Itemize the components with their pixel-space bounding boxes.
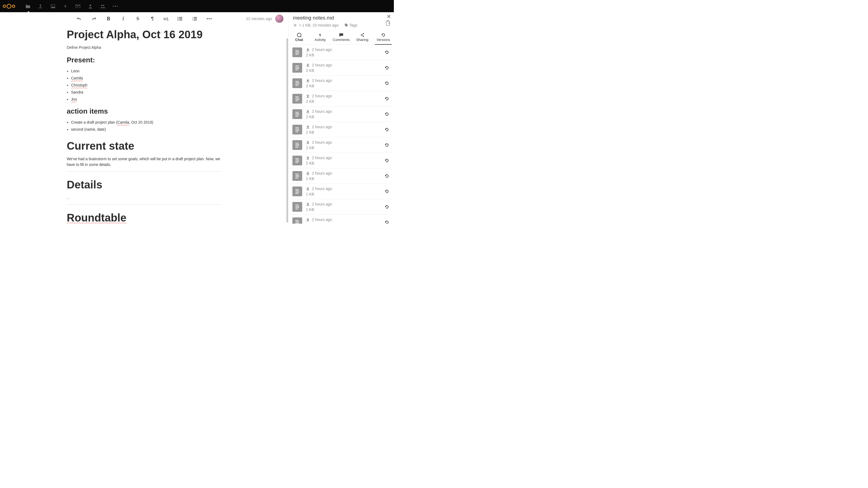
present-heading[interactable]: Present: [67,56,221,64]
list-item[interactable]: Jos [71,96,221,103]
restore-button[interactable] [383,219,390,224]
tab-chat[interactable]: Chat [289,31,310,44]
action-items-list[interactable]: Create a draft project plan (Camila, Oct… [71,119,221,133]
list-item[interactable]: Leon [71,67,221,74]
roundtable-heading[interactable]: Roundtable [67,211,221,224]
version-size: 1 KB [306,223,380,224]
list-item[interactable]: second (name, date) [71,126,221,133]
version-item[interactable]: 2 hours ago 2 KB [289,153,394,168]
gallery-icon[interactable] [51,4,55,9]
list-item[interactable]: Create a draft project plan (Camila, Oct… [71,119,221,126]
redo-button[interactable] [89,14,98,23]
svg-point-7 [115,6,116,7]
doc-title[interactable]: Project Alpha, Oct 16 2019 [67,28,221,41]
svg-rect-65 [296,162,298,163]
version-item[interactable]: 2 hours ago 2 KB [289,45,394,60]
download-icon[interactable] [306,125,310,129]
upload-icon[interactable] [38,4,43,9]
download-icon[interactable] [306,140,310,144]
download-icon[interactable] [306,218,310,222]
version-item[interactable]: 2 hours ago 2 KB [289,106,394,122]
more-formatting-button[interactable] [205,14,214,23]
restore-button[interactable] [383,188,390,195]
current-state-body[interactable]: We've had a brainstorm to set some goals… [67,156,221,167]
svg-point-3 [90,5,91,6]
download-icon[interactable] [306,109,310,113]
restore-button[interactable] [383,49,390,56]
svg-rect-57 [296,131,298,132]
download-icon[interactable] [306,63,310,67]
download-icon[interactable] [306,171,310,175]
clipboard-share-icon[interactable] [386,20,391,26]
details-body[interactable]: ... [67,195,221,201]
version-item[interactable]: 2 hours ago 2 KB [289,91,394,106]
user-avatar[interactable] [275,14,283,23]
restore-button[interactable] [383,95,390,102]
social-icon[interactable] [100,4,105,9]
doc-subtitle[interactable]: Define Project Alpha [67,45,221,51]
heading-button[interactable]: H1 [162,14,170,23]
activity-icon[interactable] [63,4,68,9]
app-logo[interactable] [3,4,15,9]
close-icon[interactable]: ✕ [386,14,391,19]
download-icon[interactable] [306,202,310,206]
top-navigation-bar [0,0,394,12]
divider [67,171,221,172]
restore-button[interactable] [383,142,390,148]
download-icon[interactable] [306,48,310,52]
version-item[interactable]: 2 hours ago 1 KB [289,168,394,184]
restore-button[interactable] [383,111,390,118]
restore-button[interactable] [383,80,390,87]
download-icon[interactable] [306,94,310,98]
list-item[interactable]: Christoph [71,82,221,89]
star-icon[interactable] [293,23,297,27]
more-icon[interactable] [113,4,118,9]
tab-versions[interactable]: Versions [373,31,394,44]
vertical-scrollbar[interactable] [286,25,288,224]
version-item[interactable]: 2 hours ago 1 KB [289,199,394,215]
strikethrough-button[interactable]: S [133,14,143,23]
list-item[interactable]: Sandra [71,89,221,96]
svg-line-33 [362,35,363,36]
unordered-list-button[interactable] [175,14,184,23]
tab-activity[interactable]: Activity [310,31,331,44]
restore-button[interactable] [383,126,390,133]
version-item[interactable]: 2 hours ago 2 KB [289,122,394,137]
contacts-icon[interactable] [88,4,93,9]
current-state-heading[interactable]: Current state [67,139,221,152]
download-icon[interactable] [306,78,310,83]
ordered-list-button[interactable]: 123 [190,14,199,23]
details-heading[interactable]: Details [67,178,221,191]
version-item[interactable]: 2 hours ago 2 KB [289,137,394,153]
download-icon[interactable] [306,156,310,160]
version-item[interactable]: 2 hours ago 2 KB [289,76,394,91]
version-item[interactable]: 2 hours ago 1 KB [289,215,394,224]
bold-button[interactable]: B [104,14,113,23]
version-item[interactable]: 2 hours ago 1 KB [289,184,394,199]
svg-rect-73 [296,193,298,194]
versions-list[interactable]: 2 hours ago 2 KB 2 hours ago 2 KB 2 ho [289,45,394,224]
version-time: 2 hours ago [312,63,332,67]
tab-sharing[interactable]: Sharing [352,31,373,44]
svg-rect-43 [296,83,299,83]
restore-button[interactable] [383,204,390,210]
svg-rect-68 [296,176,299,177]
restore-button[interactable] [383,173,390,179]
undo-button[interactable] [74,14,84,23]
italic-button[interactable]: I [119,14,128,23]
restore-button[interactable] [383,65,390,71]
files-icon[interactable] [26,4,30,9]
present-list[interactable]: LeonCamilaChristophSandraJos [71,67,221,103]
restore-button[interactable] [383,157,390,164]
svg-rect-78 [296,220,299,221]
tags-button[interactable]: Tags [344,23,358,27]
version-item[interactable]: 2 hours ago 2 KB [289,60,394,76]
action-items-heading[interactable]: action items [67,107,221,116]
tab-comments[interactable]: Comments [331,31,352,44]
list-item[interactable]: Camila [71,74,221,82]
mail-icon[interactable] [75,4,80,9]
document-body[interactable]: Project Alpha, Oct 16 2019 Define Projec… [0,25,288,224]
download-icon[interactable] [306,187,310,191]
paragraph-button[interactable]: ¶ [148,14,157,23]
version-time: 2 hours ago [312,202,332,206]
